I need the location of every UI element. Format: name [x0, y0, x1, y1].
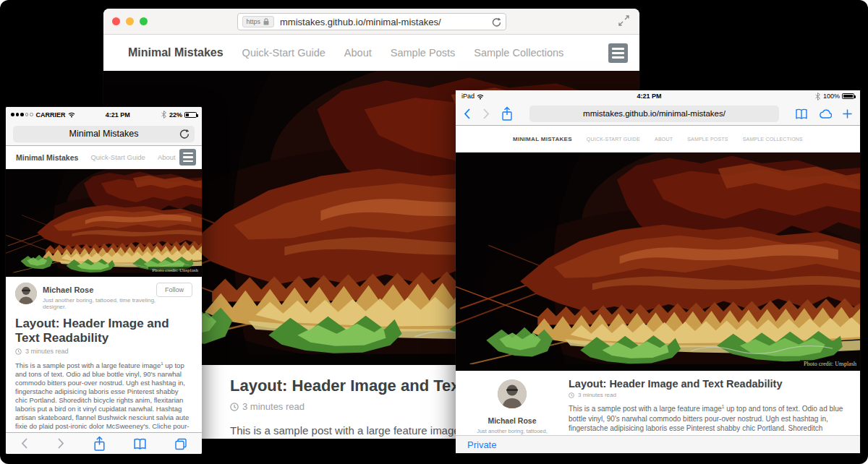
article-meta: 3 minutes read — [15, 348, 192, 355]
bookmarks-icon[interactable] — [133, 437, 147, 450]
lock-icon — [263, 18, 270, 25]
nav-about[interactable]: About — [158, 153, 176, 161]
composite-screenshot: https mmistakes.github.io/minimal-mistak… — [0, 0, 868, 464]
article-title: Layout: Header Image and Text Readabilit… — [15, 317, 192, 345]
iphone-article: Michael Rose Just another boring, tattoo… — [6, 277, 202, 454]
avatar — [498, 379, 527, 408]
back-icon[interactable] — [20, 437, 29, 450]
read-time: 3 minutes read — [242, 401, 305, 412]
private-label[interactable]: Private — [467, 439, 496, 450]
device-label: iPad — [461, 93, 475, 100]
https-badge: https — [242, 16, 275, 27]
signal-strength-icon — [11, 113, 33, 116]
nav-sample-posts[interactable]: SAMPLE POSTS — [687, 137, 728, 142]
nav-about[interactable]: About — [344, 47, 372, 59]
photo-credit: Photo credit: Unsplash — [148, 267, 202, 274]
hamburger-menu-icon[interactable] — [179, 149, 196, 166]
private-browsing-bar: Private — [456, 435, 860, 453]
page-title: Minimal Mistakes — [69, 129, 139, 139]
close-window-button[interactable] — [112, 17, 120, 25]
ipad-site-nav: MINIMAL MISTAKES QUICK-START GUIDE ABOUT… — [456, 126, 860, 152]
icloud-tabs-icon[interactable] — [818, 108, 832, 119]
https-label: https — [247, 18, 261, 25]
new-tab-icon[interactable] — [842, 108, 853, 119]
url-text: mmistakes.github.io/minimal-mistakes/ — [280, 17, 487, 27]
bluetooth-icon — [161, 111, 167, 119]
desktop-site-nav: Minimal Mistakes Quick-Start Guide About… — [103, 35, 639, 71]
status-time: 4:21 PM — [484, 93, 814, 100]
address-bar[interactable]: https mmistakes.github.io/minimal-mistak… — [237, 13, 506, 30]
ipad-toolbar: mmistakes.github.io/minimal-mistakes/ — [456, 102, 860, 126]
battery-percent: 22% — [169, 111, 182, 119]
avatar — [15, 283, 37, 304]
ipad-status-bar: iPad 4:21 PM 100% — [456, 90, 860, 102]
iphone-address-bar[interactable]: Minimal Mistakes — [13, 126, 195, 142]
ipad-browser-window: iPad 4:21 PM 100% mmistakes.github.io/mi… — [456, 90, 860, 453]
battery-icon — [842, 93, 854, 99]
site-brand[interactable]: MINIMAL MISTAKES — [513, 136, 572, 142]
feature-image: Photo credit: Unsplash — [6, 169, 202, 277]
article-title: Layout: Header Image and Text Readabilit… — [569, 378, 846, 390]
leaves-photo — [6, 169, 202, 277]
carrier-label: CARRIER — [36, 111, 66, 119]
back-icon[interactable] — [463, 108, 472, 120]
author-bio: Just another boring, tattooed, time trav… — [43, 297, 156, 310]
wifi-icon — [68, 111, 75, 118]
share-icon[interactable] — [93, 436, 106, 451]
site-brand[interactable]: Minimal Mistakes — [16, 153, 78, 162]
tabs-icon[interactable] — [174, 437, 187, 450]
iphone-browser-window: CARRIER 4:21 PM 22% Minimal Mistakes Min… — [6, 107, 202, 454]
nav-quick-start-guide[interactable]: Quick-Start Guide — [90, 153, 145, 161]
minimize-window-button[interactable] — [126, 17, 134, 25]
nav-quick-start-guide[interactable]: QUICK-START GUIDE — [587, 137, 640, 142]
leaves-photo — [456, 152, 860, 371]
nav-quick-start-guide[interactable]: Quick-Start Guide — [242, 47, 326, 59]
clock-icon — [230, 403, 239, 411]
nav-about[interactable]: ABOUT — [655, 137, 673, 142]
desktop-titlebar: https mmistakes.github.io/minimal-mistak… — [103, 9, 639, 35]
battery-icon — [184, 112, 197, 118]
clock-icon — [15, 348, 22, 355]
author-name: Michael Rose — [43, 285, 93, 294]
status-time: 4:21 PM — [75, 111, 161, 119]
nav-sample-collections[interactable]: SAMPLE COLLECTIONS — [743, 137, 803, 142]
iphone-bottom-toolbar — [6, 432, 202, 454]
hamburger-menu-icon[interactable] — [608, 43, 628, 63]
wifi-icon — [477, 93, 484, 100]
traffic-lights — [112, 17, 148, 25]
forward-icon[interactable] — [56, 437, 65, 450]
nav-sample-collections[interactable]: Sample Collections — [474, 47, 563, 59]
battery-percent: 100% — [823, 93, 840, 100]
feature-image: Photo credit: Unsplash — [456, 152, 860, 371]
zoom-window-button[interactable] — [140, 17, 148, 25]
forward-icon[interactable] — [482, 108, 490, 120]
iphone-status-bar: CARRIER 4:21 PM 22% — [6, 107, 202, 122]
clock-icon — [569, 392, 574, 398]
bluetooth-icon — [814, 93, 821, 100]
photo-credit: Photo credit: Unsplash — [800, 360, 860, 368]
bookmarks-icon[interactable] — [795, 108, 808, 120]
share-icon[interactable] — [501, 106, 514, 121]
iphone-site-nav: Minimal Mistakes Quick-Start Guide About — [6, 146, 202, 169]
fullscreen-icon[interactable] — [618, 15, 629, 26]
follow-button[interactable]: Follow — [156, 283, 192, 297]
author-name: Michael Rose — [475, 416, 550, 425]
site-brand[interactable]: Minimal Mistakes — [128, 46, 224, 59]
ipad-address-bar[interactable]: mmistakes.github.io/minimal-mistakes/ — [529, 106, 779, 122]
iphone-titlebar: Minimal Mistakes — [6, 122, 202, 146]
reload-icon[interactable] — [179, 129, 190, 139]
author-row: Michael Rose Just another boring, tattoo… — [15, 283, 192, 310]
read-time: 3 minutes read — [578, 392, 616, 398]
nav-sample-posts[interactable]: Sample Posts — [391, 47, 455, 59]
read-time: 3 minutes read — [25, 348, 69, 355]
reload-icon[interactable] — [492, 17, 501, 27]
article-meta: 3 minutes read — [569, 392, 846, 398]
